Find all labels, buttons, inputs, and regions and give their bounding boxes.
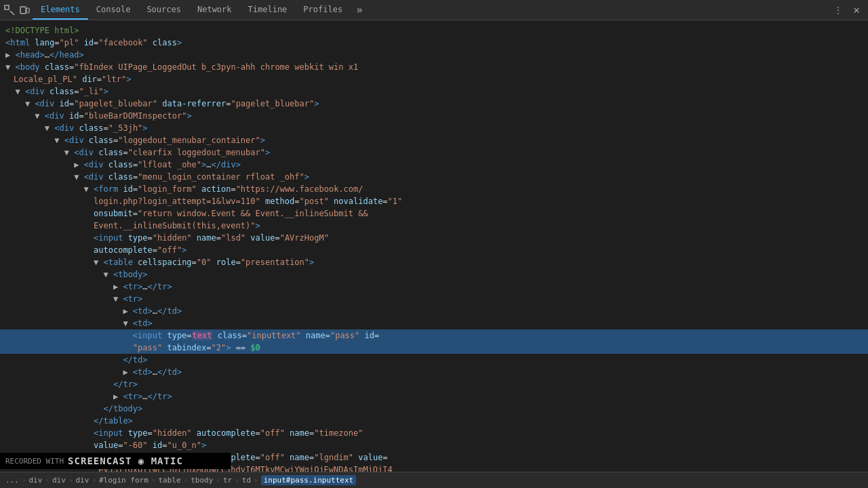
line-body: <body class="fbIndex UIPage_LoggedOut b_… xyxy=(0,61,868,73)
svg-rect-2 xyxy=(26,8,29,13)
devtools-menu-button[interactable]: ⋮ xyxy=(829,5,848,15)
line-td3: <td>…</td> xyxy=(0,366,868,378)
line-table: <table cellspacing="0" role="presentatio… xyxy=(0,256,868,268)
line-form: <form id="login_form" action="https://ww… xyxy=(0,183,868,195)
devtools-toolbar: Elements Console Sources Network Timelin… xyxy=(0,0,868,20)
status-div3[interactable]: div xyxy=(76,476,90,485)
status-tbody[interactable]: tbody xyxy=(191,476,213,485)
line-form-cont2: onsubmit="return window.Event && Event._… xyxy=(0,207,868,220)
line-div-menu-login: <div class="menu_login_container rfloat … xyxy=(0,171,868,183)
line-div-bluebar: <div id="blueBarDOMInspector"> xyxy=(0,110,868,122)
line-div-pagelet: <div id="pagelet_bluebar" data-referrer=… xyxy=(0,98,868,110)
line-td1: <td>…</td> xyxy=(0,305,868,317)
watermark-title: SCREENCAST ◉ MATIC xyxy=(68,455,183,466)
devtools-tabs: Elements Console Sources Network Timelin… xyxy=(33,0,368,20)
line-tr-close: </tr> xyxy=(0,378,868,390)
line-tr1: <tr>…</tr> xyxy=(0,281,868,293)
svg-rect-1 xyxy=(20,7,26,14)
status-ellipsis: ... xyxy=(5,476,19,485)
tab-sources[interactable]: Sources xyxy=(138,0,189,20)
line-timezone-value: value="-60" id="u_0_n"> xyxy=(0,439,868,451)
line-input-timezone: <input type="hidden" autocomplete="off" … xyxy=(0,427,868,439)
more-tabs-button[interactable]: » xyxy=(351,3,368,16)
watermark-recorded-text: RECORDED WITH xyxy=(5,457,64,466)
status-table[interactable]: table xyxy=(158,476,180,485)
line-form-cont1: login.php?login_attempt=1&lwv=110" metho… xyxy=(0,195,868,207)
tab-console[interactable]: Console xyxy=(88,0,139,20)
line-td2: <td> xyxy=(0,317,868,329)
line-input-hidden-lsd: <input type="hidden" name="lsd" value="A… xyxy=(0,232,868,244)
svg-rect-0 xyxy=(5,5,9,9)
watermark: RECORDED WITH SCREENCAST ◉ MATIC xyxy=(0,453,231,469)
line-html: <html lang="pl" id="facebook" class> xyxy=(0,37,868,49)
status-tr[interactable]: tr xyxy=(223,476,232,485)
status-bar: ... › div › div › div › #login form › ta… xyxy=(0,472,868,488)
tab-network[interactable]: Network xyxy=(189,0,240,20)
line-div-loggedout: <div class="loggedout_menubar_container"… xyxy=(0,134,868,146)
tab-elements[interactable]: Elements xyxy=(33,0,88,20)
status-login-form[interactable]: #login form xyxy=(99,476,149,485)
line-table-close: </table> xyxy=(0,415,868,427)
line-form-cont3: Event.__inlineSubmit(this,event)"> xyxy=(0,220,868,232)
line-td-close: </td> xyxy=(0,354,868,366)
line-div-lfloat: <div class="lfloat _ohe">…</div> xyxy=(0,159,868,171)
line-input-pass-cont: "pass" tabindex="2"> == $0 xyxy=(0,342,868,354)
line-head: <head>…</head> xyxy=(0,49,868,61)
status-selected-element[interactable]: input#pass.inputtext xyxy=(261,475,356,485)
status-td[interactable]: td xyxy=(242,476,251,485)
inspect-element-icon[interactable] xyxy=(3,3,16,17)
line-tbody: <tbody> xyxy=(0,268,868,281)
line-autocomplete: autocomplete="off"> xyxy=(0,244,868,256)
tab-timeline[interactable]: Timeline xyxy=(240,0,296,20)
devtools-close-button[interactable]: ✕ xyxy=(848,3,865,16)
line-input-pass: <input type=text class="inputtext" name=… xyxy=(0,329,868,342)
tab-profiles[interactable]: Profiles xyxy=(295,0,351,20)
line-div-clearfix: <div class="clearfix loggedout_menubar"> xyxy=(0,146,868,159)
device-mode-icon[interactable] xyxy=(18,3,31,17)
line-tbody-close: </tbody> xyxy=(0,403,868,415)
status-div1[interactable]: div xyxy=(29,476,43,485)
line-tr2: <tr> xyxy=(0,293,868,305)
status-div2[interactable]: div xyxy=(52,476,66,485)
line-div-53jh: <div class="_53jh"> xyxy=(0,122,868,134)
line-doctype: <!DOCTYPE html> xyxy=(0,24,868,37)
line-body-cont: Locale_pl_PL" dir="ltr"> xyxy=(0,73,868,85)
html-tree: <!DOCTYPE html> <html lang="pl" id="face… xyxy=(0,20,868,472)
line-div-li: <div class="_li"> xyxy=(0,85,868,98)
line-tr3: <tr>…</tr> xyxy=(0,390,868,403)
